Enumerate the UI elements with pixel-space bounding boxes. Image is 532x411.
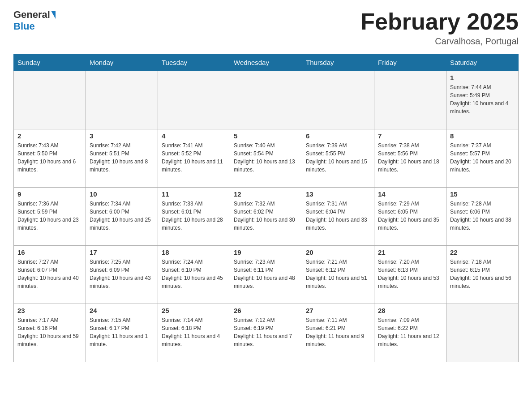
day-number: 2	[17, 132, 82, 140]
day-info: Sunrise: 7:09 AMSunset: 6:22 PMDaylight:…	[378, 316, 442, 348]
calendar-cell: 6Sunrise: 7:39 AMSunset: 5:55 PMDaylight…	[302, 129, 374, 188]
calendar-week-row: 2Sunrise: 7:43 AMSunset: 5:50 PMDaylight…	[14, 129, 519, 188]
calendar-cell: 24Sunrise: 7:15 AMSunset: 6:17 PMDayligh…	[86, 304, 158, 362]
calendar-cell: 13Sunrise: 7:31 AMSunset: 6:04 PMDayligh…	[302, 188, 374, 246]
day-number: 25	[162, 307, 226, 314]
day-number: 24	[90, 307, 154, 314]
logo-general-text: General	[13, 9, 50, 21]
calendar-week-row: 16Sunrise: 7:27 AMSunset: 6:07 PMDayligh…	[14, 246, 519, 304]
day-number: 15	[450, 190, 515, 198]
day-of-week-header: Sunday	[14, 54, 86, 71]
calendar-cell: 19Sunrise: 7:23 AMSunset: 6:11 PMDayligh…	[230, 246, 302, 304]
month-title: February 2025	[360, 9, 519, 34]
day-number: 7	[378, 132, 442, 140]
day-info: Sunrise: 7:21 AMSunset: 6:12 PMDaylight:…	[306, 258, 370, 290]
calendar-cell: 5Sunrise: 7:40 AMSunset: 5:54 PMDaylight…	[230, 129, 302, 188]
day-info: Sunrise: 7:36 AMSunset: 5:59 PMDaylight:…	[17, 200, 82, 232]
calendar-body: 1Sunrise: 7:44 AMSunset: 5:49 PMDaylight…	[14, 71, 519, 362]
calendar-cell: 14Sunrise: 7:29 AMSunset: 6:05 PMDayligh…	[374, 188, 446, 246]
day-info: Sunrise: 7:18 AMSunset: 6:15 PMDaylight:…	[450, 258, 515, 290]
calendar-week-row: 23Sunrise: 7:17 AMSunset: 6:16 PMDayligh…	[14, 304, 519, 362]
calendar-cell: 10Sunrise: 7:34 AMSunset: 6:00 PMDayligh…	[86, 188, 158, 246]
day-number: 16	[17, 248, 82, 256]
calendar-cell	[230, 71, 302, 129]
day-number: 4	[162, 132, 226, 140]
day-info: Sunrise: 7:31 AMSunset: 6:04 PMDaylight:…	[306, 200, 370, 232]
day-number: 26	[234, 307, 298, 314]
day-info: Sunrise: 7:32 AMSunset: 6:02 PMDaylight:…	[234, 200, 298, 232]
calendar-cell	[446, 304, 519, 362]
calendar-table: SundayMondayTuesdayWednesdayThursdayFrid…	[13, 54, 519, 362]
day-number: 20	[306, 248, 370, 256]
day-info: Sunrise: 7:37 AMSunset: 5:57 PMDaylight:…	[450, 141, 515, 174]
day-of-week-header: Wednesday	[230, 54, 302, 71]
day-info: Sunrise: 7:34 AMSunset: 6:00 PMDaylight:…	[90, 200, 154, 232]
calendar-cell: 12Sunrise: 7:32 AMSunset: 6:02 PMDayligh…	[230, 188, 302, 246]
calendar-cell: 15Sunrise: 7:28 AMSunset: 6:06 PMDayligh…	[446, 188, 519, 246]
day-info: Sunrise: 7:39 AMSunset: 5:55 PMDaylight:…	[306, 141, 370, 174]
calendar-week-row: 9Sunrise: 7:36 AMSunset: 5:59 PMDaylight…	[14, 188, 519, 246]
logo-blue-text: Blue	[13, 21, 35, 32]
calendar-cell: 7Sunrise: 7:38 AMSunset: 5:56 PMDaylight…	[374, 129, 446, 188]
calendar-cell: 20Sunrise: 7:21 AMSunset: 6:12 PMDayligh…	[302, 246, 374, 304]
day-info: Sunrise: 7:33 AMSunset: 6:01 PMDaylight:…	[162, 200, 226, 232]
day-of-week-header: Friday	[374, 54, 446, 71]
day-info: Sunrise: 7:17 AMSunset: 6:16 PMDaylight:…	[17, 316, 82, 348]
day-number: 28	[378, 307, 442, 314]
day-info: Sunrise: 7:38 AMSunset: 5:56 PMDaylight:…	[378, 141, 442, 174]
day-number: 8	[450, 132, 515, 140]
location-subtitle: Carvalhosa, Portugal	[360, 36, 519, 47]
title-section: February 2025 Carvalhosa, Portugal	[360, 9, 519, 47]
day-number: 27	[306, 307, 370, 314]
day-of-week-header: Tuesday	[158, 54, 230, 71]
calendar-header: SundayMondayTuesdayWednesdayThursdayFrid…	[14, 54, 519, 71]
calendar-cell: 26Sunrise: 7:12 AMSunset: 6:19 PMDayligh…	[230, 304, 302, 362]
day-number: 18	[162, 248, 226, 256]
day-of-week-header: Monday	[86, 54, 158, 71]
calendar-cell: 4Sunrise: 7:41 AMSunset: 5:52 PMDaylight…	[158, 129, 230, 188]
day-number: 17	[90, 248, 154, 256]
calendar-cell: 1Sunrise: 7:44 AMSunset: 5:49 PMDaylight…	[446, 71, 519, 129]
day-number: 12	[234, 190, 298, 198]
calendar-cell: 21Sunrise: 7:20 AMSunset: 6:13 PMDayligh…	[374, 246, 446, 304]
logo-triangle-icon	[51, 11, 56, 19]
calendar-cell: 2Sunrise: 7:43 AMSunset: 5:50 PMDaylight…	[14, 129, 86, 188]
calendar-cell: 22Sunrise: 7:18 AMSunset: 6:15 PMDayligh…	[446, 246, 519, 304]
day-number: 13	[306, 190, 370, 198]
calendar-cell: 3Sunrise: 7:42 AMSunset: 5:51 PMDaylight…	[86, 129, 158, 188]
page-header: General Blue February 2025 Carvalhosa, P…	[13, 9, 519, 47]
day-info: Sunrise: 7:15 AMSunset: 6:17 PMDaylight:…	[90, 316, 154, 348]
day-number: 9	[17, 190, 82, 198]
day-info: Sunrise: 7:27 AMSunset: 6:07 PMDaylight:…	[17, 258, 82, 290]
calendar-cell	[86, 71, 158, 129]
calendar-cell: 17Sunrise: 7:25 AMSunset: 6:09 PMDayligh…	[86, 246, 158, 304]
calendar-cell: 25Sunrise: 7:14 AMSunset: 6:18 PMDayligh…	[158, 304, 230, 362]
day-number: 14	[378, 190, 442, 198]
day-info: Sunrise: 7:40 AMSunset: 5:54 PMDaylight:…	[234, 141, 298, 174]
day-number: 3	[90, 132, 154, 140]
day-info: Sunrise: 7:43 AMSunset: 5:50 PMDaylight:…	[17, 141, 82, 174]
day-info: Sunrise: 7:14 AMSunset: 6:18 PMDaylight:…	[162, 316, 226, 348]
calendar-cell: 23Sunrise: 7:17 AMSunset: 6:16 PMDayligh…	[14, 304, 86, 362]
logo: General Blue	[13, 9, 56, 32]
day-info: Sunrise: 7:23 AMSunset: 6:11 PMDaylight:…	[234, 258, 298, 290]
day-number: 19	[234, 248, 298, 256]
day-number: 1	[450, 74, 515, 81]
calendar-cell	[158, 71, 230, 129]
calendar-cell: 28Sunrise: 7:09 AMSunset: 6:22 PMDayligh…	[374, 304, 446, 362]
calendar-cell: 8Sunrise: 7:37 AMSunset: 5:57 PMDaylight…	[446, 129, 519, 188]
day-number: 21	[378, 248, 442, 256]
day-number: 22	[450, 248, 515, 256]
day-info: Sunrise: 7:20 AMSunset: 6:13 PMDaylight:…	[378, 258, 442, 290]
day-info: Sunrise: 7:41 AMSunset: 5:52 PMDaylight:…	[162, 141, 226, 174]
day-number: 6	[306, 132, 370, 140]
day-of-week-header: Saturday	[446, 54, 519, 71]
day-number: 10	[90, 190, 154, 198]
day-info: Sunrise: 7:29 AMSunset: 6:05 PMDaylight:…	[378, 200, 442, 232]
day-info: Sunrise: 7:28 AMSunset: 6:06 PMDaylight:…	[450, 200, 515, 232]
day-info: Sunrise: 7:24 AMSunset: 6:10 PMDaylight:…	[162, 258, 226, 290]
day-info: Sunrise: 7:42 AMSunset: 5:51 PMDaylight:…	[90, 141, 154, 174]
day-number: 11	[162, 190, 226, 198]
calendar-cell	[14, 71, 86, 129]
day-of-week-header: Thursday	[302, 54, 374, 71]
